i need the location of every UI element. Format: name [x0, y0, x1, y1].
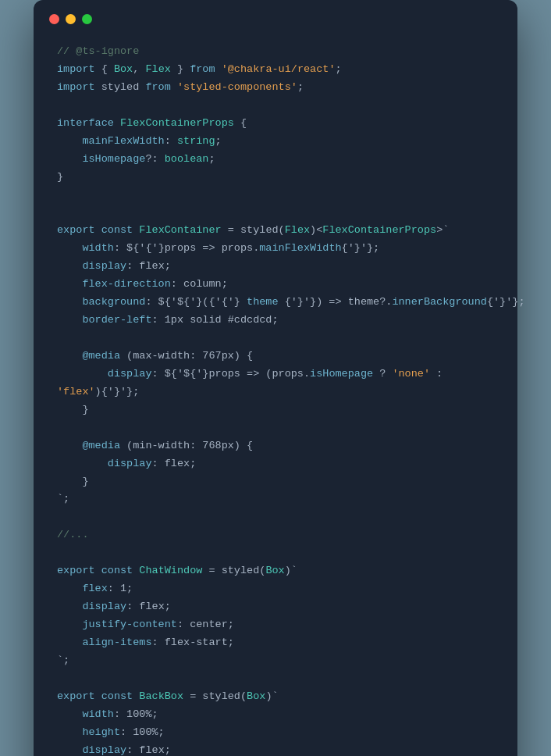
line-7: isHomepage?: boolean;: [57, 151, 494, 169]
line-24: display: flex;: [57, 455, 494, 473]
line-8: }: [57, 169, 494, 187]
code-content: // @ts-ignore import { Box, Flex } from …: [34, 37, 517, 756]
close-button[interactable]: [49, 14, 59, 24]
line-26: `;: [57, 490, 494, 508]
line-15: background: ${'${'}({'{'} theme {'}'}) =…: [57, 294, 494, 312]
line-5: interface FlexContainerProps {: [57, 115, 494, 133]
line-16: border-left: 1px solid #cdcdcd;: [57, 312, 494, 330]
line-33: justify-content: center;: [57, 616, 494, 634]
title-bar: [34, 0, 517, 37]
minimize-button[interactable]: [66, 14, 76, 24]
line-25: }: [57, 473, 494, 491]
line-34: align-items: flex-start;: [57, 634, 494, 652]
line-32: display: flex;: [57, 598, 494, 616]
line-37: export const BackBox = styled(Box)`: [57, 688, 494, 706]
line-35: `;: [57, 652, 494, 670]
line-30: export const ChatWindow = styled(Box)`: [57, 562, 494, 580]
line-6: mainFlexWidth: string;: [57, 133, 494, 151]
line-17: [57, 330, 494, 348]
line-39: height: 100%;: [57, 724, 494, 742]
line-27: [57, 508, 494, 526]
maximize-button[interactable]: [82, 14, 92, 24]
line-29: [57, 544, 494, 562]
line-28: //...: [57, 526, 494, 544]
line-38: width: 100%;: [57, 706, 494, 724]
line-18: @media (max-width: 767px) {: [57, 348, 494, 366]
line-11: export const FlexContainer = styled(Flex…: [57, 222, 494, 240]
line-14: flex-direction: column;: [57, 276, 494, 294]
line-13: display: flex;: [57, 258, 494, 276]
code-editor-window: // @ts-ignore import { Box, Flex } from …: [34, 0, 517, 756]
line-22: [57, 419, 494, 437]
line-3: import styled from 'styled-components';: [57, 79, 494, 97]
line-21: }: [57, 401, 494, 419]
line-10: [57, 204, 494, 222]
line-1: // @ts-ignore: [57, 43, 494, 61]
line-9: [57, 187, 494, 205]
line-36: [57, 670, 494, 688]
line-4: [57, 97, 494, 115]
line-23: @media (min-width: 768px) {: [57, 437, 494, 455]
line-2: import { Box, Flex } from '@chakra-ui/re…: [57, 61, 494, 79]
line-20: 'flex'){'}'};: [57, 383, 494, 401]
line-31: flex: 1;: [57, 580, 494, 598]
line-40: display: flex;: [57, 742, 494, 756]
line-19: display: ${'${'}props => (props.isHomepa…: [57, 366, 494, 383]
line-12: width: ${'{'}props => props.mainFlexWidt…: [57, 240, 494, 258]
